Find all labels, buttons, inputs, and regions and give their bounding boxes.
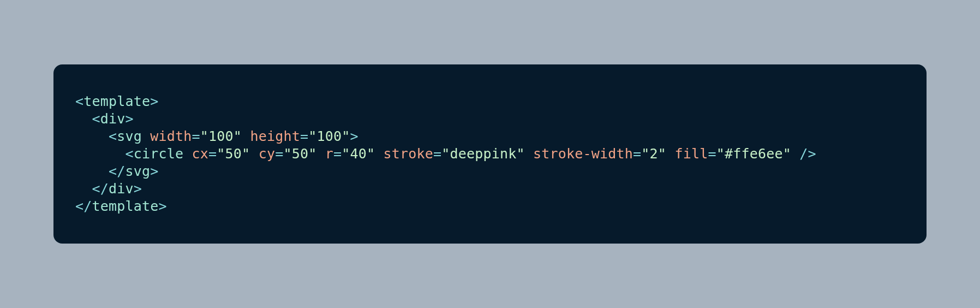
code-line: </template> bbox=[75, 198, 167, 214]
code-line: <div> bbox=[75, 111, 134, 127]
code-line: <circle cx="50" cy="50" r="40" stroke="d… bbox=[75, 146, 816, 162]
code-block: <template> <div> <svg width="100" height… bbox=[53, 64, 927, 244]
code-line: </svg> bbox=[75, 163, 159, 179]
code-line: <template> bbox=[75, 93, 159, 109]
code-content: <template> <div> <svg width="100" height… bbox=[75, 93, 905, 215]
code-line: </div> bbox=[75, 181, 142, 197]
code-line: <svg width="100" height="100"> bbox=[75, 128, 358, 144]
